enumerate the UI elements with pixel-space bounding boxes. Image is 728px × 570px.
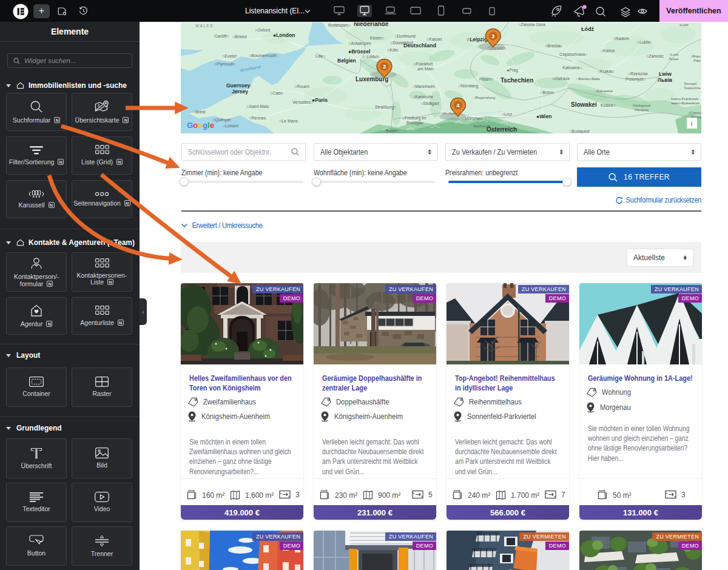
svg-text:○Lorient: ○Lorient: [223, 124, 238, 128]
svg-text:○Nürnberg: ○Nürnberg: [458, 84, 479, 89]
svg-text:○Rennes: ○Rennes: [249, 116, 266, 120]
svg-text:○Freiburg im: ○Freiburg im: [402, 116, 426, 121]
svg-text:○Antwerpen: ○Antwerpen: [348, 41, 371, 46]
svg-text:○Czerno: ○Czerno: [688, 111, 701, 115]
svg-text:○Luzk: ○Luzk: [669, 53, 679, 56]
svg-text:g: g: [203, 121, 207, 130]
svg-text:○ Lüttich: ○ Lüttich: [363, 55, 379, 59]
svg-text:○Karlsruhe: ○Karlsruhe: [413, 95, 433, 99]
svg-text:Łódź: Łódź: [581, 26, 594, 32]
svg-text:Lille○: Lille○: [315, 54, 326, 58]
svg-text:○Kielce: ○Kielce: [601, 49, 615, 53]
svg-text:○Ostrava: ○Ostrava: [552, 76, 570, 81]
svg-text:Versailles○: Versailles○: [292, 100, 313, 104]
svg-text:Katowice○: Katowice○: [562, 65, 582, 70]
svg-text:i: i: [690, 119, 692, 127]
svg-text:○Krakau: ○Krakau: [598, 69, 614, 73]
svg-text:○Caen: ○Caen: [270, 91, 283, 95]
svg-text:Basel○: Basel○: [386, 129, 399, 133]
svg-text:Івано-Франківськ: Івано-Франківськ: [671, 101, 700, 105]
svg-text:8: 8: [98, 103, 100, 107]
svg-text:○Saint-Malo: ○Saint-Malo: [246, 104, 269, 109]
svg-text:Ternopil: Ternopil: [684, 82, 696, 86]
svg-text:○Linz: ○Linz: [502, 112, 513, 116]
svg-text:○Łódź: ○Łódź: [678, 23, 689, 27]
svg-text:e: e: [210, 121, 214, 130]
svg-text:Guernsey: Guernsey: [226, 82, 250, 89]
svg-text:○Dortmund: ○Dortmund: [394, 34, 416, 38]
svg-text:○Zamość: ○Zamość: [646, 54, 664, 58]
svg-text:Slowakei: Slowakei: [571, 101, 597, 108]
svg-text:G: G: [187, 121, 193, 130]
svg-text:○Bristol: ○Bristol: [232, 35, 247, 39]
svg-text:○Brest: ○Brest: [193, 110, 206, 114]
svg-text:Тернопіль: Тернопіль: [684, 86, 701, 90]
svg-text:4: 4: [456, 102, 459, 109]
svg-text:○Oxford: ○Oxford: [255, 28, 270, 32]
svg-text:○Lublin: ○Lublin: [637, 40, 651, 44]
svg-text:Lwiw: Lwiw: [659, 71, 672, 77]
svg-text:○Rouen: ○Rouen: [294, 84, 309, 89]
svg-text:Piвн: Piвн: [693, 59, 701, 62]
svg-text:●Wien: ●Wien: [536, 113, 551, 119]
svg-text:3: 3: [383, 64, 386, 70]
svg-text:○Mannheim: ○Mannheim: [413, 84, 435, 89]
svg-text:○Köln: ○Köln: [387, 48, 398, 52]
svg-text:●Brüssel: ●Brüssel: [348, 49, 370, 55]
svg-text:○Budapest: ○Budapest: [569, 129, 590, 133]
svg-text:Cardiff○: Cardiff○: [214, 34, 229, 38]
svg-text:Ужгород: Ужгород: [635, 108, 649, 112]
svg-text:○Zielona Góra: ○Zielona Góra: [518, 22, 545, 27]
svg-text:○Regensburg: ○Regensburg: [473, 96, 495, 99]
svg-text:○Frankfurt: ○Frankfurt: [413, 62, 433, 66]
svg-text:○Zakopane: ○Zakopane: [595, 89, 613, 93]
svg-text:Pilsen○: Pilsen○: [479, 77, 493, 81]
svg-text:Niederlande: Niederlande: [354, 22, 389, 27]
svg-text:Jersey: Jersey: [232, 89, 248, 95]
svg-text:WALES: WALES: [195, 24, 214, 28]
svg-text:○Bournemouth: ○Bournemouth: [249, 53, 277, 58]
svg-text:Deutschland: Deutschland: [403, 42, 436, 49]
svg-text:Rotterdam○: Rotterdam○: [328, 23, 351, 27]
svg-text:○Le Mans: ○Le Mans: [279, 119, 298, 123]
svg-text:Przemyśl○: Przemyśl○: [625, 77, 645, 82]
svg-text:Львів: Львів: [658, 77, 672, 83]
svg-text:o: o: [198, 121, 203, 130]
svg-text:○Breslau: ○Breslau: [545, 44, 562, 48]
svg-text:3: 3: [491, 33, 494, 39]
svg-text:Straßburg○: Straßburg○: [375, 105, 396, 110]
svg-text:Österreich: Österreich: [487, 126, 517, 133]
svg-text:Częstochowa○: Częstochowa○: [559, 52, 587, 57]
svg-text:○Rzeszów: ○Rzeszów: [628, 72, 649, 76]
svg-text:Iwano-Frankiwsk: Iwano-Frankiwsk: [671, 97, 699, 101]
svg-text:Tschechien: Tschechien: [500, 77, 533, 84]
svg-text:○Stuttgart: ○Stuttgart: [420, 101, 439, 106]
svg-text:Uschgorod: Uschgorod: [633, 104, 650, 107]
svg-text:○Radom: ○Radom: [613, 36, 629, 41]
svg-text:Belgien: Belgien: [337, 58, 356, 64]
svg-text:○Leipzig: ○Leipzig: [467, 36, 487, 42]
svg-text:Essen○: Essen○: [370, 36, 385, 40]
svg-text:○Riwn: ○Riwn: [690, 55, 701, 58]
svg-text:●Prag: ●Prag: [507, 68, 518, 73]
svg-text:Луцьк: Луцьк: [669, 57, 679, 61]
svg-text:Breisgau: Breisgau: [406, 121, 423, 126]
svg-text:○Plymouth: ○Plymouth: [214, 62, 235, 67]
svg-text:●London: ●London: [273, 32, 295, 38]
svg-text:○Quimper: ○Quimper: [212, 118, 232, 122]
svg-text:○Brünn: ○Brünn: [540, 90, 554, 95]
svg-text:o: o: [193, 121, 198, 130]
svg-text:○Bielsko-Biała: ○Bielsko-Biała: [576, 77, 600, 81]
svg-text:○Kassel: ○Kassel: [426, 37, 442, 41]
svg-text:am Main: am Main: [417, 67, 434, 71]
svg-text:Kośice○: Kośice○: [601, 103, 616, 107]
svg-text:●Paris: ●Paris: [312, 97, 328, 103]
svg-text:○Exeter: ○Exeter: [222, 54, 237, 58]
